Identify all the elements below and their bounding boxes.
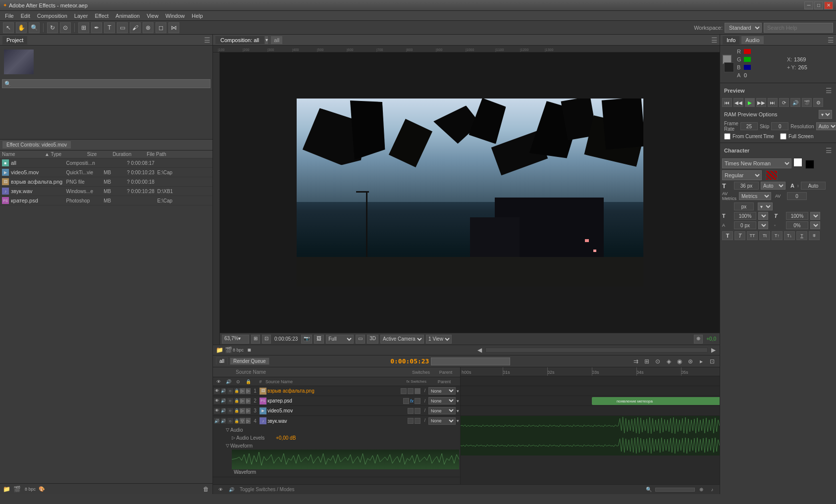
- project-color-btn[interactable]: 🎨: [37, 485, 46, 494]
- viewer-snapshot[interactable]: 📷: [301, 335, 312, 344]
- tool-shape[interactable]: ▭: [117, 22, 128, 33]
- layer-4-audio2[interactable]: 🔊: [221, 418, 227, 424]
- track-bar-3-main[interactable]: появление метеора: [592, 397, 720, 405]
- project-new-comp-btn[interactable]: 🎬: [12, 485, 21, 494]
- tool-rotation[interactable]: ↻: [47, 22, 58, 33]
- layer-4-parent-btn[interactable]: ▾: [457, 418, 459, 423]
- layer-4-speaker[interactable]: 🔊: [214, 418, 220, 424]
- layer-1-solo[interactable]: ○: [227, 388, 233, 394]
- tab-info[interactable]: Info: [722, 36, 740, 45]
- tl-ctrl-6[interactable]: ⊛: [686, 357, 695, 366]
- comp-color[interactable]: ■: [245, 346, 254, 354]
- char-blur-select[interactable]: ▾: [810, 221, 820, 229]
- project-delete-btn[interactable]: 🗑: [202, 485, 210, 494]
- layer-2-expand[interactable]: ▷: [240, 398, 245, 404]
- preview-skip-end[interactable]: ⏭: [768, 98, 778, 107]
- char-fill-color[interactable]: [793, 158, 802, 167]
- comp-new-comp[interactable]: 🎬: [224, 346, 233, 354]
- char-font-size-input[interactable]: [734, 182, 759, 190]
- layer-4-lock[interactable]: 🔒: [234, 418, 240, 424]
- tl-ctrl-2[interactable]: ⊞: [642, 357, 651, 366]
- layer-3-eye[interactable]: 👁: [214, 408, 220, 414]
- menu-composition[interactable]: Composition: [34, 12, 70, 20]
- viewer-camera-select[interactable]: Active Camera: [380, 335, 424, 344]
- viewer-region-btn[interactable]: ▭: [356, 335, 365, 344]
- char-auto-select[interactable]: Auto: [761, 182, 785, 190]
- frame-rate-input[interactable]: [740, 122, 758, 130]
- char-baseline-select[interactable]: ▾: [758, 221, 768, 229]
- char-stroke-color[interactable]: [805, 160, 814, 169]
- layer-3-audio[interactable]: 🔊: [221, 408, 227, 414]
- layer-4-expand[interactable]: ▽: [240, 418, 245, 424]
- char-indent-input[interactable]: [734, 202, 754, 210]
- full-screen-checkbox[interactable]: [780, 133, 786, 140]
- layer-1-switch-1[interactable]: [401, 388, 407, 394]
- layer-3-pen[interactable]: /: [421, 408, 428, 414]
- layer-1-audio[interactable]: 🔊: [221, 388, 227, 394]
- tl-audio-btn[interactable]: ♪: [708, 485, 717, 494]
- menu-file[interactable]: File: [2, 12, 17, 20]
- layer-2-switch-2[interactable]: [415, 398, 420, 404]
- layer-3-lock[interactable]: 🔒: [234, 408, 240, 414]
- layer-4-levels-expand[interactable]: ▷: [232, 435, 235, 440]
- tl-ctrl-3[interactable]: ⊙: [653, 357, 662, 366]
- workspace-select[interactable]: Standard: [725, 23, 762, 33]
- char-bold-btn[interactable]: T: [722, 231, 733, 240]
- tl-ctrl-8[interactable]: ⊡: [708, 357, 717, 366]
- layer-2-lock[interactable]: 🔒: [234, 398, 240, 404]
- char-font-select[interactable]: Times New Roman: [722, 158, 791, 168]
- layer-4-pen[interactable]: /: [421, 418, 428, 424]
- file-row-explosion[interactable]: 🖼 взрыв асфальта.png PNG file MB ? 0:00:…: [0, 177, 212, 187]
- layer-4-wave-expand[interactable]: ▽: [226, 443, 229, 448]
- layer-1-lock[interactable]: 🔒: [234, 388, 240, 394]
- layer-2-audio[interactable]: 🔊: [221, 398, 227, 404]
- layer-1-parent-select[interactable]: None: [428, 387, 456, 395]
- tab-effect-controls[interactable]: Effect Controls: video5.mov: [2, 141, 71, 149]
- viewer-zoom-display[interactable]: 63,7%▾: [222, 335, 249, 344]
- layer-4-switch-1[interactable]: [408, 418, 414, 424]
- tl-eye-btn[interactable]: 👁: [216, 485, 225, 494]
- layer-4-parent-select[interactable]: None: [428, 417, 456, 425]
- file-row-sound[interactable]: ♪ звук.wav Windows...e MB ? 0:00:10:28 D…: [0, 187, 212, 196]
- project-search-input[interactable]: [2, 79, 210, 88]
- close-button[interactable]: ✕: [824, 1, 833, 9]
- layer-3-switch-1[interactable]: [408, 408, 414, 414]
- comp-panel-menu[interactable]: ☰: [711, 36, 718, 44]
- layer-3-expand[interactable]: ▷: [240, 408, 245, 414]
- comp-scroll-left[interactable]: ◀: [475, 346, 484, 354]
- layer-4-solo[interactable]: ○: [227, 418, 233, 424]
- ram-preview-select[interactable]: ▾: [819, 110, 832, 119]
- layer-1-eye[interactable]: 👁: [214, 388, 220, 394]
- tab-project[interactable]: Project: [2, 36, 28, 45]
- layer-4-expand2[interactable]: ▷: [246, 418, 251, 424]
- layer-2-eye[interactable]: 👁: [214, 398, 220, 404]
- layer-1-expand2[interactable]: ▷: [246, 388, 251, 394]
- char-pattern-swatch[interactable]: [766, 170, 778, 180]
- tl-speaker-btn[interactable]: 🔊: [227, 485, 236, 494]
- menu-animation[interactable]: Animation: [112, 12, 143, 20]
- info-panel-menu[interactable]: ☰: [828, 36, 834, 44]
- layer-mode-lock[interactable]: 🔒: [244, 377, 253, 386]
- comp-tab-main[interactable]: Composition: all: [215, 36, 264, 45]
- tl-zoom-in[interactable]: ⊕: [697, 485, 706, 494]
- resolution-select[interactable]: Auto: [816, 122, 836, 130]
- tab-audio[interactable]: Audio: [741, 36, 764, 45]
- tool-pan[interactable]: ⊞: [78, 22, 89, 33]
- comp-scrollbar[interactable]: [485, 348, 708, 353]
- layer-4-switch-2[interactable]: [415, 418, 420, 424]
- viewer-grid-btn[interactable]: ⊞: [251, 335, 260, 344]
- char-sub-btn[interactable]: T↓: [784, 231, 795, 240]
- comp-scroll-right[interactable]: ▶: [709, 346, 718, 354]
- char-smallcaps-btn[interactable]: Tt: [759, 231, 770, 240]
- search-input[interactable]: [764, 23, 833, 33]
- layer-1-parent-btn[interactable]: ▾: [457, 389, 459, 394]
- tl-ctrl-4[interactable]: ◈: [664, 357, 673, 366]
- timeline-search-input[interactable]: [431, 357, 510, 365]
- tool-eraser[interactable]: ◻: [156, 22, 166, 33]
- char-scale-h-select[interactable]: ▾: [758, 212, 768, 220]
- layer-2-expand2[interactable]: ▷: [246, 398, 251, 404]
- menu-effect[interactable]: Effect: [92, 12, 111, 20]
- preview-cache[interactable]: 🎬: [802, 98, 812, 107]
- layer-3-parent-select[interactable]: None: [428, 407, 456, 414]
- char-strikethrough-btn[interactable]: T: [809, 231, 820, 240]
